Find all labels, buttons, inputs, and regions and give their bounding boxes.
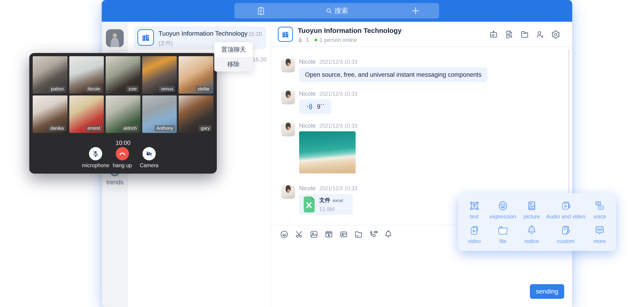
group-avatar[interactable] (278, 27, 293, 42)
message-type-panel: text expression picture (458, 193, 616, 251)
sender-name: Nicole (299, 58, 316, 65)
panel-item-notice[interactable]: notice (517, 222, 546, 247)
sender-name: Nicole (299, 90, 316, 97)
panel-item-picture[interactable]: picture (517, 197, 546, 222)
chat-header-actions (489, 30, 560, 39)
sender-name: Nicole (299, 185, 316, 192)
message-bubble[interactable]: Open source, free, and universal instant… (299, 67, 487, 82)
file-name: 文件 (319, 197, 330, 203)
send-video-icon[interactable] (324, 230, 334, 239)
send-button[interactable]: sending (530, 284, 564, 299)
video-tile: stellar (178, 56, 213, 94)
message-timestamp: 2021/12/3 10:33 (319, 123, 357, 129)
file-size: 12.8M (319, 206, 343, 212)
send-image-icon[interactable] (310, 230, 318, 239)
text-icon (468, 200, 480, 212)
add-button[interactable] (411, 6, 420, 15)
message-scrollbar[interactable] (568, 49, 570, 212)
notification-bell-icon[interactable] (384, 230, 393, 239)
video-tile: ernest (69, 95, 104, 133)
group-avatar (138, 29, 154, 46)
search-bar[interactable]: 搜索 (234, 3, 439, 18)
panel-item-more[interactable]: more (586, 222, 614, 247)
expression-icon (497, 200, 509, 212)
message-timestamp: 2021/12/3 10:33 (319, 186, 357, 192)
message-timestamp: 2021/12/3 10:33 (319, 91, 357, 97)
video-tile: Anthony (142, 95, 177, 133)
conversation-title: Tuoyun Information Technology (158, 30, 248, 37)
file-message-card[interactable]: 文件.excel 12.8M (299, 194, 353, 215)
sender-avatar[interactable] (281, 91, 295, 104)
group-notice-icon[interactable] (489, 30, 498, 39)
conversation-context-menu: 置顶聊天 移除 (214, 42, 253, 71)
audio-video-icon (560, 200, 572, 212)
voice-icon (594, 200, 606, 212)
participant-name: zoie (126, 86, 139, 92)
chat-title: Tuoyun Information Technology (298, 27, 402, 34)
panel-item-text[interactable]: text (460, 197, 488, 222)
image-message-thumbnail[interactable] (299, 131, 356, 173)
video-tile: Nicole (69, 56, 104, 94)
menu-item-remove[interactable]: 移除 (214, 57, 253, 71)
participant-name: gary (199, 125, 212, 131)
member-count: 1 (306, 37, 309, 43)
panel-item-audio-video[interactable]: Audio and video (546, 197, 585, 222)
video-tile: zoie (106, 56, 140, 94)
picture-icon (526, 200, 538, 212)
emoji-icon[interactable] (280, 230, 289, 239)
call-icon[interactable] (369, 230, 378, 239)
camera-off-icon (146, 150, 153, 157)
add-member-icon[interactable] (536, 30, 545, 39)
video-icon (468, 224, 480, 237)
participant-name: stellar (196, 86, 212, 92)
sidebar-item-trends[interactable]: trends (102, 179, 128, 186)
microphone-off-icon (92, 150, 99, 157)
my-avatar[interactable] (106, 29, 124, 47)
conversation-time: 15:20 (253, 56, 266, 63)
desktop: 搜索 trends (0, 0, 644, 307)
camera-label: Camera (133, 162, 165, 169)
online-dot (314, 39, 317, 41)
screenshot-scissors-icon[interactable] (294, 230, 304, 239)
voice-message-bubble[interactable]: 9`` (299, 99, 332, 114)
folder-icon[interactable] (520, 30, 529, 39)
panel-item-file[interactable]: file (488, 222, 517, 247)
file-extension: .excel (332, 198, 343, 203)
hang-up-icon (118, 150, 126, 158)
building-icon (141, 32, 151, 42)
sender-avatar[interactable] (281, 59, 295, 72)
camera-button[interactable]: Camera (133, 147, 165, 169)
notice-icon (526, 224, 538, 237)
participant-name: Anthony (154, 125, 175, 131)
sender-avatar[interactable] (281, 123, 295, 136)
chat-subtitle: 1 1 person online (298, 37, 357, 43)
participant-name: venus (159, 86, 175, 92)
send-file-icon[interactable] (354, 230, 363, 239)
excel-file-icon (303, 196, 316, 212)
more-icon (594, 224, 606, 237)
members-icon (298, 37, 304, 43)
settings-gear-icon[interactable] (551, 30, 560, 39)
video-tile: venus (142, 56, 177, 94)
panel-item-video[interactable]: video (460, 222, 488, 247)
file-icon (497, 224, 509, 237)
conversation-last-message: [文件] (158, 39, 172, 47)
video-tile: patton (33, 56, 68, 94)
contact-card-icon[interactable] (339, 230, 348, 239)
sender-name: Nicole (299, 122, 316, 129)
conversation-time: 15:20 (248, 31, 262, 37)
plus-icon (411, 6, 420, 15)
message-text-content: Open source, free, and universal instant… (305, 71, 482, 78)
panel-item-custom[interactable]: custom (546, 222, 585, 247)
app-topbar: 搜索 (102, 0, 572, 22)
video-tile: aldrich (106, 95, 140, 133)
search-field[interactable]: 搜索 (234, 6, 439, 15)
participant-name: Nicole (86, 86, 102, 92)
building-icon (281, 30, 290, 39)
video-tile: gary (178, 95, 213, 133)
sender-avatar[interactable] (281, 185, 295, 199)
panel-item-voice[interactable]: voice (586, 197, 614, 222)
search-history-icon[interactable] (504, 30, 514, 39)
panel-item-expression[interactable]: expression (488, 197, 517, 222)
menu-item-pin-chat[interactable]: 置顶聊天 (214, 42, 253, 57)
